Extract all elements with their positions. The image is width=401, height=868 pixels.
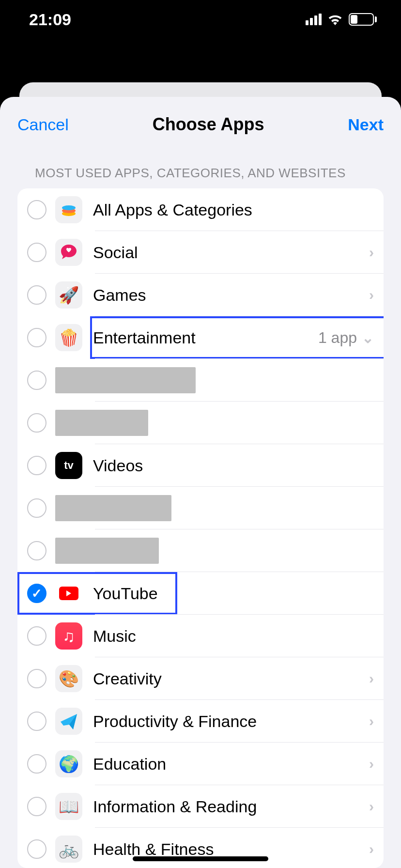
checkbox-redacted3[interactable]: ✓ xyxy=(27,498,46,518)
row-detail: 1 app xyxy=(318,329,357,347)
appletv-icon: tv xyxy=(55,452,82,479)
book-icon: 📖 xyxy=(55,793,82,820)
list-row-education[interactable]: ✓🌍Education› xyxy=(17,743,384,785)
cellular-icon xyxy=(306,14,322,25)
status-indicators: 32 xyxy=(306,13,377,26)
checkbox-creativity[interactable]: ✓ xyxy=(27,669,46,688)
checkbox-redacted4[interactable]: ✓ xyxy=(27,541,46,560)
redacted-block xyxy=(55,495,171,521)
checkbox-entertainment[interactable]: ✓ xyxy=(27,328,46,347)
choose-apps-sheet: Cancel Choose Apps Next MOST USED APPS, … xyxy=(0,97,401,868)
sheet-header: Cancel Choose Apps Next xyxy=(0,97,401,157)
list-row-youtube[interactable]: ✓YouTube xyxy=(17,572,384,615)
row-label: Entertainment xyxy=(93,328,318,347)
checkbox-all[interactable]: ✓ xyxy=(27,200,46,219)
svg-point-2 xyxy=(62,205,76,210)
checkbox-games[interactable]: ✓ xyxy=(27,285,46,305)
redacted-block xyxy=(55,410,148,436)
chevron-right-icon: › xyxy=(369,798,374,815)
list-row-redacted1[interactable]: ✓ xyxy=(17,359,384,402)
chevron-right-icon: › xyxy=(369,713,374,729)
row-label: Creativity xyxy=(93,669,369,688)
home-indicator xyxy=(133,856,268,861)
section-header: MOST USED APPS, CATEGORIES, AND WEBSITES xyxy=(0,157,401,188)
checkbox-videos[interactable]: ✓ xyxy=(27,456,46,475)
chevron-right-icon: › xyxy=(369,287,374,303)
checkbox-redacted1[interactable]: ✓ xyxy=(27,371,46,390)
status-bar: 21:09 32 xyxy=(0,0,401,48)
chevron-right-icon: › xyxy=(369,670,374,687)
redacted-block xyxy=(55,367,196,393)
chevron-right-icon: › xyxy=(369,841,374,857)
popcorn-icon: 🍿 xyxy=(55,324,82,351)
chevron-right-icon: › xyxy=(369,756,374,772)
apps-list: ✓All Apps & Categories✓Social›✓🚀Games›✓🍿… xyxy=(17,188,384,868)
wifi-icon xyxy=(327,14,343,25)
row-label: Education xyxy=(93,755,369,774)
list-row-music[interactable]: ✓♫Music xyxy=(17,615,384,657)
row-label: Productivity & Finance xyxy=(93,712,369,731)
list-row-games[interactable]: ✓🚀Games› xyxy=(17,274,384,316)
checkbox-youtube[interactable]: ✓ xyxy=(27,584,46,603)
globe-icon: 🌍 xyxy=(55,750,82,777)
sheet-title: Choose Apps xyxy=(153,114,264,135)
chat-heart-icon xyxy=(55,239,82,266)
next-button[interactable]: Next xyxy=(348,115,384,134)
checkbox-social[interactable]: ✓ xyxy=(27,243,46,262)
list-row-redacted3[interactable]: ✓ xyxy=(17,487,384,529)
chevron-right-icon: › xyxy=(369,244,374,261)
row-label: Social xyxy=(93,243,369,262)
list-row-creativity[interactable]: ✓🎨Creativity› xyxy=(17,657,384,700)
list-row-videos[interactable]: ✓tvVideos xyxy=(17,444,384,487)
checkbox-education[interactable]: ✓ xyxy=(27,754,46,774)
list-row-entertainment[interactable]: ✓🍿Entertainment1 app⌄ xyxy=(17,316,384,359)
row-label: Games xyxy=(93,286,369,305)
stack-icon xyxy=(55,196,82,223)
list-row-social[interactable]: ✓Social› xyxy=(17,231,384,274)
checkbox-information[interactable]: ✓ xyxy=(27,797,46,816)
list-row-all[interactable]: ✓All Apps & Categories xyxy=(17,188,384,231)
paperplane-icon xyxy=(55,708,82,735)
checkbox-productivity[interactable]: ✓ xyxy=(27,712,46,731)
youtube-icon xyxy=(55,580,82,607)
list-row-redacted4[interactable]: ✓ xyxy=(17,529,384,572)
row-label: YouTube xyxy=(93,584,374,603)
row-label: All Apps & Categories xyxy=(93,201,374,219)
row-label: Health & Fitness xyxy=(93,840,369,859)
chevron-down-icon: ⌄ xyxy=(362,329,374,346)
rocket-icon: 🚀 xyxy=(55,281,82,309)
row-label: Information & Reading xyxy=(93,797,369,816)
list-row-redacted2[interactable]: ✓ xyxy=(17,402,384,444)
battery-icon: 32 xyxy=(349,13,377,26)
list-row-health[interactable]: ✓🚲Health & Fitness› xyxy=(17,828,384,868)
bike-icon: 🚲 xyxy=(55,836,82,863)
palette-icon: 🎨 xyxy=(55,665,82,692)
music-icon: ♫ xyxy=(55,622,82,650)
checkbox-music[interactable]: ✓ xyxy=(27,626,46,646)
checkbox-redacted2[interactable]: ✓ xyxy=(27,413,46,433)
list-row-information[interactable]: ✓📖Information & Reading› xyxy=(17,785,384,828)
list-row-productivity[interactable]: ✓Productivity & Finance› xyxy=(17,700,384,743)
row-label: Music xyxy=(93,627,374,646)
status-time: 21:09 xyxy=(29,10,71,29)
row-label: Videos xyxy=(93,456,374,475)
redacted-block xyxy=(55,538,159,564)
cancel-button[interactable]: Cancel xyxy=(17,115,69,134)
checkbox-health[interactable]: ✓ xyxy=(27,839,46,859)
